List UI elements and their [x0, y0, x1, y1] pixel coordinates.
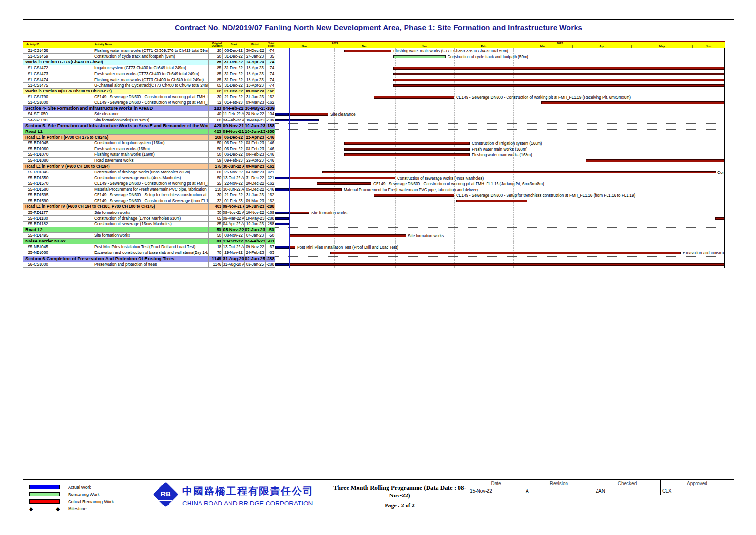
original-duration: 80	[209, 118, 223, 123]
table-row: S5-RD1177Site formation works3009-Nov-21…	[23, 210, 275, 216]
finish-date: 08-Feb-23	[245, 152, 266, 157]
activity-name: Fresh water main works (CT73 Ch400 to Ch…	[92, 71, 209, 77]
start-date: 06-Dec-22	[223, 146, 245, 151]
gantt-row: Site clearance	[275, 111, 724, 117]
gantt-row	[275, 256, 724, 262]
start-date: 30-Jun-22 A	[223, 187, 245, 192]
table-row: S5-RD1180Construction of drainage (17nos…	[23, 216, 275, 222]
original-duration: 62	[209, 89, 223, 94]
gantt-row: Construction of cycle track and footpath…	[275, 54, 724, 60]
table-row: Road L142309-Nov-21 A10-Jun-23-188	[23, 129, 275, 135]
total-float: -74	[266, 83, 275, 88]
approval-value: A	[524, 487, 594, 495]
timescale-months: NovDecJanFebMarAprMayJun	[275, 45, 725, 48]
critical-remaining-bar	[344, 148, 470, 151]
original-duration: 1146	[209, 262, 223, 267]
table-row: S1-CS1458Flushing water main works (CT71…	[23, 48, 275, 54]
activity-name: Site formation works	[92, 210, 209, 215]
table-row: S5-RD1060Fresh water main works (168m)50…	[23, 146, 275, 152]
start-date: 01-Feb-23	[223, 198, 245, 203]
legend-item: Remaining Work	[23, 491, 148, 498]
gantt-row: Excavation and construction of base slab…	[275, 250, 724, 256]
approval-header: Date	[468, 480, 524, 487]
finish-date: 09-Mar-23	[245, 100, 266, 105]
table-row: Section 5- Site Formation and Infrastruc…	[23, 123, 275, 129]
total-float: -74	[266, 71, 275, 77]
milestone-diamond-icon: ◆	[29, 506, 33, 512]
finish-date: 27-Jan-23	[245, 54, 266, 59]
start-date: 21-Dec-22	[223, 94, 245, 100]
total-float: -188	[266, 123, 275, 129]
gantt-row	[275, 204, 724, 210]
critical-remaining-bar	[344, 50, 391, 52]
original-duration: 85	[209, 216, 223, 221]
original-duration: 20	[209, 48, 223, 53]
timescale: 20222023 NovDecJanFebMarAprMayJun	[275, 42, 725, 48]
critical-remaining-bar	[393, 79, 725, 81]
finish-date: 05-Dec-22	[245, 187, 266, 192]
original-duration: 109	[209, 135, 223, 140]
bar-label: Construction of drainage works (8nos Man…	[717, 170, 725, 175]
total-float: -321	[266, 175, 275, 181]
activity-name: Site clearance	[92, 111, 209, 117]
activity-id: S5-RD1070	[23, 152, 92, 157]
start-date: 22-Nov-22	[223, 181, 245, 186]
activity-id: S5-RD1080	[23, 158, 92, 163]
original-duration: 50	[209, 152, 223, 157]
programme-title: Three Month Rolling Programme (Data Date…	[331, 484, 468, 499]
summary-name: Road L1 in Portion V (P600 CH 100 to CH1…	[23, 164, 209, 169]
total-float: -146	[266, 141, 275, 146]
total-float: -162	[266, 192, 275, 198]
activity-id: S5-NB1060	[23, 250, 92, 255]
bar-label: Construction of cycle track and footpath…	[448, 54, 528, 59]
start-date: 09-Nov-21 A	[223, 123, 245, 129]
gantt-row	[275, 158, 724, 163]
finish-date: 18-Apr-23	[245, 83, 266, 88]
gantt-row	[275, 239, 724, 244]
table-row: S5-RD1595CE149 - Sewerage DN600 - Setup …	[23, 192, 275, 198]
activity-name: CE149 - Sewerage DN600 - Construction of…	[92, 94, 209, 100]
original-duration: 423	[209, 123, 223, 129]
original-duration: 175	[209, 164, 223, 169]
total-float: -188	[266, 129, 275, 134]
gantt-row	[275, 106, 724, 111]
activity-id: S1-CS1473	[23, 71, 92, 77]
table-row: S5-NB1060Excavation and construction of …	[23, 250, 275, 256]
gantt-row: Flushing water main works (168m)	[275, 152, 724, 158]
company-box: RB 中國路橋工程有限責任公司 CHINA ROAD AND BRIDGE CO…	[148, 480, 331, 516]
total-float: -74	[266, 77, 275, 82]
finish-date: 31-Jan-23	[245, 192, 266, 198]
table-row: S1-CS1473Fresh water main works (CT73 Ch…	[23, 71, 275, 77]
approval-value: CLX	[661, 487, 734, 495]
activity-id: S1-CS1474	[23, 77, 92, 82]
total-float: -67	[266, 244, 275, 250]
bar-label: Material Procurement for Fresh watermain…	[344, 187, 478, 192]
legend-label: Critical Remaining Work	[68, 499, 114, 504]
legend-swatch	[29, 485, 60, 489]
total-float: -146	[266, 158, 275, 163]
finish-date: 22-Apr-23	[245, 158, 266, 163]
critical-remaining-bar	[456, 200, 527, 202]
original-duration: 30	[209, 192, 223, 198]
original-duration: 85	[209, 77, 223, 82]
critical-remaining-bar	[374, 96, 454, 99]
finish-date: 30-May-23	[245, 106, 266, 111]
table-row: S1-CS1474Flushing water main works (CT73…	[23, 77, 275, 83]
actual-work-bar	[275, 113, 289, 116]
table-row: S1-CS1475U-Channel along the Cycletrack(…	[23, 83, 275, 89]
gantt-row	[275, 83, 724, 89]
summary-name: Section 4- Site Formation and Infrastruc…	[23, 106, 209, 111]
critical-remaining-bar	[344, 142, 470, 145]
activity-id: S5-RD1590	[23, 198, 92, 203]
actual-work-bar	[275, 246, 289, 249]
total-float: -189	[266, 118, 275, 123]
activity-name: CE149 - Sewerage DN600 - Construction of…	[92, 100, 209, 105]
start-date: 04-Feb-22 A	[223, 118, 245, 123]
activity-name: Construction of sewerage (16nos Manholes…	[92, 222, 209, 227]
finish-date: 09-Mar-23	[245, 89, 266, 94]
original-duration: 1146	[209, 256, 223, 262]
total-float: -189	[266, 106, 275, 111]
gantt-row: Construction of sewerage works (4nos Man…	[275, 175, 724, 181]
start-date: 31-Dec-22	[223, 54, 245, 59]
actual-work-bar	[275, 212, 289, 214]
